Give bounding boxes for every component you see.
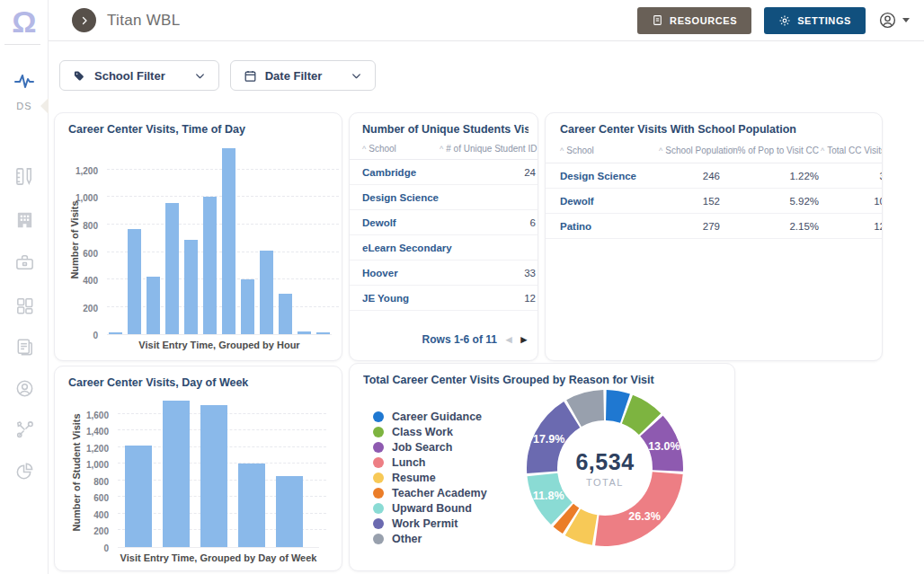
table-header: ^School ^# of Unique Student ID — [350, 140, 538, 160]
table-row: Design Science — [350, 185, 538, 210]
column-header-school[interactable]: School — [369, 144, 396, 154]
card-title: Career Center Visits With School Populat… — [560, 123, 873, 136]
date-filter-dropdown[interactable]: Date Filter — [230, 60, 377, 91]
legend-item[interactable]: Other — [373, 531, 487, 546]
sort-icon[interactable]: ^ — [659, 146, 662, 155]
gear-icon — [778, 14, 791, 27]
chevron-down-icon — [351, 70, 362, 82]
settings-button[interactable]: SETTINGS — [764, 7, 866, 34]
y-tick-label: 1,600 — [86, 410, 109, 419]
resources-button[interactable]: RESOURCES — [637, 7, 751, 34]
legend-item[interactable]: Teacher Academy — [373, 485, 487, 500]
pie-slice-lunch[interactable] — [595, 472, 683, 546]
legend-item[interactable]: Job Search — [373, 439, 487, 455]
user-circle-icon — [14, 378, 35, 399]
next-page-icon[interactable]: ▸ — [520, 332, 527, 346]
y-tick-label: 1,200 — [76, 165, 98, 175]
bar[interactable] — [203, 197, 217, 334]
legend-dot — [373, 488, 384, 499]
bar[interactable] — [276, 476, 303, 547]
bar[interactable] — [184, 240, 198, 334]
sidebar-item-activity[interactable] — [0, 70, 49, 92]
active-school-label: DS — [16, 101, 31, 111]
school-filter-label: School Filter — [94, 69, 165, 83]
table-cell-value: 10 — [819, 196, 883, 207]
bar[interactable] — [316, 332, 330, 334]
sidebar-item-dashboard[interactable] — [0, 296, 49, 316]
legend-item[interactable]: Career Guidance — [373, 409, 487, 424]
legend-item[interactable]: Class Work — [373, 424, 487, 439]
table-row: Dewolf1525.92%10 — [546, 189, 882, 214]
school-link[interactable]: eLearn Secondary — [362, 243, 452, 253]
legend-item[interactable]: Lunch — [373, 455, 487, 470]
settings-button-label: SETTINGS — [797, 15, 851, 26]
legend-item[interactable]: Work Permit — [373, 516, 487, 531]
slice-percent-label: 11.8% — [533, 490, 564, 502]
legend-label: Job Search — [392, 441, 452, 454]
bar[interactable] — [298, 331, 311, 334]
sidebar-item-schools[interactable] — [0, 209, 49, 230]
sidebar-item-users[interactable] — [0, 378, 49, 399]
bar[interactable] — [128, 229, 141, 334]
sort-icon[interactable]: ^ — [362, 145, 366, 154]
bar[interactable] — [238, 464, 265, 547]
legend-label: Career Guidance — [392, 411, 482, 423]
school-link[interactable]: Dewolf — [560, 196, 659, 207]
bar[interactable] — [200, 405, 227, 547]
bar[interactable] — [222, 148, 235, 334]
top-bar: Titan WBL RESOURCES SETTINGS — [49, 0, 924, 41]
bar[interactable] — [109, 332, 122, 334]
slice-percent-label: 13.0% — [648, 440, 680, 453]
school-link[interactable]: Patino — [560, 221, 659, 232]
column-header-unique-ids[interactable]: # of Unique Student ID — [446, 144, 537, 154]
school-filter-dropdown[interactable]: School Filter — [59, 60, 219, 91]
sidebar-item-analytics[interactable] — [0, 461, 49, 481]
bar[interactable] — [165, 203, 179, 334]
sidebar-item-reports[interactable] — [0, 337, 49, 358]
y-tick-label: 600 — [83, 248, 98, 258]
previous-page-icon[interactable]: ◂ — [506, 332, 512, 346]
table-row: Cambridge24 — [350, 160, 538, 185]
omega-person-logo-icon: Ω — [0, 4, 49, 40]
bar[interactable] — [241, 279, 254, 334]
user-menu[interactable] — [878, 11, 910, 30]
sidebar: Ω DS — [0, 0, 49, 574]
bar[interactable] — [279, 294, 292, 334]
sort-icon[interactable]: ^ — [440, 145, 443, 154]
table-body: Cambridge24Design ScienceDewolf6eLearn S… — [350, 160, 538, 311]
school-link[interactable]: Hoover — [362, 268, 398, 278]
column-header-pct-pop[interactable]: % of Pop to Visit CC — [738, 146, 819, 155]
card-visits-by-reason: Total Career Center Visits Grouped by Re… — [349, 363, 735, 571]
school-link[interactable]: Cambridge — [362, 167, 416, 178]
school-link[interactable]: Design Science — [362, 192, 439, 203]
school-link[interactable]: Design Science — [560, 171, 659, 181]
expand-button[interactable] — [72, 8, 96, 32]
table-cell-value: 1.22% — [720, 171, 819, 181]
pulse-icon — [13, 70, 35, 92]
calendar-icon — [244, 69, 257, 83]
column-header-total-visits[interactable]: Total CC Visits — [827, 146, 883, 155]
column-header-school[interactable]: School — [566, 146, 594, 155]
school-link[interactable]: Dewolf — [362, 217, 396, 228]
sort-icon[interactable]: ^ — [821, 146, 824, 155]
sort-icon[interactable]: ^ — [560, 146, 564, 155]
table-row: Hoover33 — [350, 261, 538, 286]
sidebar-item-measure[interactable] — [0, 166, 49, 187]
table-row: Design Science2461.22%3 — [546, 163, 882, 189]
table-cell-value: 246 — [659, 171, 720, 181]
sidebar-item-tools[interactable] — [0, 419, 49, 440]
pie-chart-icon — [14, 461, 35, 481]
x-axis-title: Visit Entry Time, Grouped by Day of Week — [94, 552, 342, 563]
bar[interactable] — [163, 401, 190, 547]
table-row: JE Young12 — [350, 286, 538, 311]
bar[interactable] — [147, 277, 160, 334]
sidebar-item-work[interactable] — [0, 252, 49, 273]
card-title: Career Center Visits, Day of Week — [68, 376, 333, 389]
bar[interactable] — [125, 446, 152, 547]
legend-dot — [373, 472, 384, 483]
sort-icon[interactable]: ^ — [731, 146, 734, 155]
school-link[interactable]: JE Young — [362, 293, 409, 304]
bar[interactable] — [260, 251, 273, 334]
legend-item[interactable]: Resume — [373, 470, 487, 485]
legend-item[interactable]: Upward Bound — [373, 500, 487, 516]
